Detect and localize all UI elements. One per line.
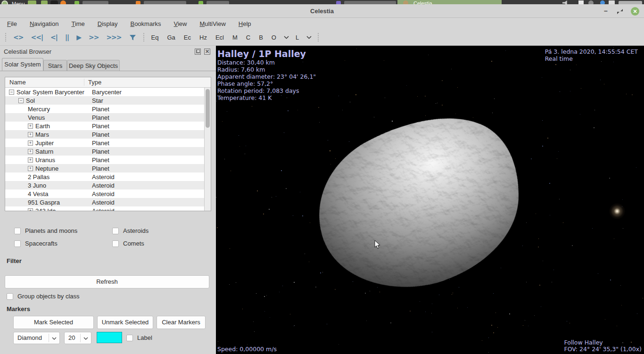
mint-menu-icon[interactable]	[1, 0, 8, 4]
mark-selected-button[interactable]: Mark Selected	[13, 316, 94, 329]
table-row[interactable]: −Solar System BarycenterBarycenter	[5, 88, 204, 96]
collapse-icon[interactable]: −	[9, 90, 14, 95]
table-row[interactable]: −SolStar	[5, 96, 204, 105]
marker-label-checkbox[interactable]: Label	[126, 334, 152, 341]
refresh-button[interactable]: Refresh	[5, 275, 209, 288]
taskbar-window-title[interactable]	[206, 1, 229, 4]
checkbox-icon[interactable]	[112, 228, 119, 234]
taskbar-launcher-icon[interactable]	[28, 0, 36, 4]
tab-stars[interactable]: Stars	[43, 60, 67, 71]
expand-icon[interactable]: +	[28, 149, 33, 154]
taskbar-window-icon[interactable]	[198, 1, 203, 4]
volume-icon[interactable]	[562, 0, 569, 4]
taskbar-launcher-icon[interactable]	[41, 0, 48, 4]
toggle-m[interactable]: M	[229, 32, 241, 43]
toggle-o[interactable]: O	[268, 32, 280, 43]
scrollbar-thumb[interactable]	[206, 89, 210, 128]
menu-navigation[interactable]: Navigation	[25, 19, 63, 29]
close-button[interactable]: ✕	[631, 7, 639, 16]
checkbox-icon[interactable]	[126, 335, 133, 341]
marker-size-select[interactable]: 20	[64, 332, 91, 344]
toolbar-drag-handle[interactable]	[5, 33, 7, 42]
checkbox-icon[interactable]	[112, 240, 119, 247]
toggle-ec[interactable]: Ec	[180, 32, 195, 43]
marker-color-swatch[interactable]	[97, 332, 122, 343]
table-row[interactable]: MercuryPlanet	[5, 105, 204, 113]
table-row[interactable]: +MarsPlanet	[5, 130, 204, 139]
taskbar-window-title[interactable]	[83, 1, 108, 4]
table-row[interactable]: 2 PallasAsteroid	[5, 173, 204, 181]
time-rewind-button[interactable]: <<|	[27, 32, 47, 43]
taskbar-window-icon[interactable]	[336, 1, 341, 4]
play-button[interactable]: ▶	[73, 32, 85, 43]
dropdown-chevron-icon[interactable]	[281, 33, 292, 42]
dropdown-chevron-icon[interactable]	[304, 33, 314, 42]
minimize-button[interactable]: –	[602, 7, 610, 16]
filter-checkbox-comets[interactable]: Comets	[112, 240, 144, 247]
expand-icon[interactable]: +	[28, 132, 33, 137]
menu-multiview[interactable]: MultiView	[195, 19, 230, 29]
marker-shape-select[interactable]: Diamond	[13, 332, 60, 344]
table-row[interactable]: 951 GaspraAsteroid	[5, 198, 204, 206]
menu-bookmarks[interactable]: Bookmarks	[126, 19, 165, 29]
taskbar-menu-label[interactable]: Menu	[12, 0, 25, 4]
expand-icon[interactable]: +	[28, 123, 33, 129]
collapse-icon[interactable]: −	[18, 98, 24, 103]
tab-deep-sky-objects[interactable]: Deep Sky Objects	[67, 60, 120, 71]
menu-display[interactable]: Display	[93, 19, 122, 29]
tab-solar-system[interactable]: Solar System	[2, 58, 43, 71]
time-faster-button[interactable]: >>	[85, 32, 102, 43]
taskbar-launcher-icon[interactable]	[60, 0, 66, 4]
filter-checkbox-asteroids[interactable]: Asteroids	[112, 227, 149, 234]
tray-icon[interactable]	[588, 0, 594, 4]
table-row[interactable]: VenusPlanet	[5, 113, 204, 122]
table-row[interactable]: +SaturnPlanet	[5, 147, 204, 156]
table-row[interactable]: +UranusPlanet	[5, 156, 204, 164]
float-panel-icon[interactable]	[195, 49, 201, 55]
table-scrollbar[interactable]	[204, 88, 211, 211]
group-by-class-checkbox[interactable]: Group objects by class	[7, 293, 80, 300]
table-row[interactable]: +243 IdaAsteroid	[5, 206, 204, 211]
taskbar-item-celestia[interactable]: Celestia	[397, 0, 502, 4]
toggle-l[interactable]: L	[292, 32, 303, 43]
expand-icon[interactable]: +	[28, 208, 33, 211]
filter-checkbox-planets-and-moons[interactable]: Planets and moons	[14, 227, 77, 234]
keyboard-tray-icon[interactable]	[609, 0, 615, 4]
table-row[interactable]: +NeptunePlanet	[5, 164, 204, 173]
table-row[interactable]: +JupiterPlanet	[5, 139, 204, 147]
expand-icon[interactable]: +	[28, 166, 33, 171]
time-fastest-button[interactable]: >>>	[102, 32, 125, 43]
restore-button[interactable]	[616, 7, 624, 16]
unmark-selected-button[interactable]: Unmark Selected	[97, 316, 153, 329]
pause-button[interactable]: ||	[61, 32, 73, 43]
close-panel-icon[interactable]: ✕	[204, 49, 210, 55]
clock-text[interactable]	[619, 1, 642, 4]
render-viewport[interactable]: Halley / 1P Halley Distance: 30,40 kmRad…	[216, 46, 644, 354]
table-row[interactable]: 3 JunoAsteroid	[5, 181, 204, 189]
menu-help[interactable]: Help	[234, 19, 256, 29]
checkbox-icon[interactable]	[14, 240, 21, 247]
checkbox-icon[interactable]	[14, 228, 21, 234]
toolbar-drag-handle[interactable]	[317, 33, 319, 42]
taskbar-window-title[interactable]	[344, 1, 396, 4]
time-step-back-button[interactable]: <|	[47, 32, 61, 43]
toggle-ga[interactable]: Ga	[163, 32, 179, 43]
menu-time[interactable]: Time	[67, 19, 89, 29]
filter-checkbox-spacecrafts[interactable]: Spacecrafts	[14, 240, 58, 247]
expand-icon[interactable]: +	[28, 140, 33, 146]
expand-icon[interactable]: +	[28, 157, 33, 163]
toolbar-drag-handle[interactable]	[143, 33, 145, 42]
time-reverse-button[interactable]: <>	[9, 32, 27, 43]
table-row[interactable]: 4 VestaAsteroid	[5, 189, 204, 198]
taskbar-window-icon[interactable]	[136, 1, 140, 4]
tray-icon[interactable]	[578, 0, 584, 4]
toggle-b[interactable]: B	[255, 32, 267, 43]
toggle-ecl[interactable]: Ecl	[212, 32, 228, 43]
clear-markers-button[interactable]: Clear Markers	[157, 316, 206, 329]
column-header-type[interactable]: Type	[84, 79, 101, 86]
checkbox-icon[interactable]	[7, 293, 13, 300]
taskbar-launcher-icon[interactable]	[50, 0, 58, 4]
toggle-hz[interactable]: Hz	[196, 32, 211, 43]
filter-objects-button[interactable]	[125, 32, 140, 43]
column-header-name[interactable]: Name	[9, 79, 26, 86]
